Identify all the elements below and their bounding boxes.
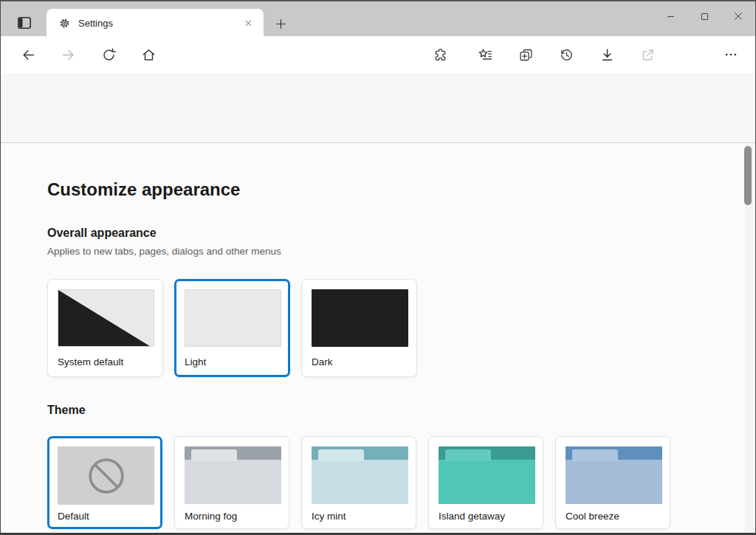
- back-button[interactable]: [16, 42, 41, 67]
- plus-icon: [275, 18, 287, 30]
- tab-strip: Settings: [1, 1, 755, 36]
- tab-actions-icon: [16, 15, 32, 30]
- theme-thumb-body: [185, 460, 281, 504]
- tab-settings[interactable]: Settings: [47, 9, 264, 37]
- theme-option-label: Default: [58, 511, 89, 522]
- theme-option-island-getaway[interactable]: Island getaway: [428, 436, 543, 529]
- home-button[interactable]: [136, 42, 161, 67]
- tab-title: Settings: [78, 18, 240, 29]
- minimize-button[interactable]: [653, 1, 687, 31]
- minimize-icon: [666, 12, 676, 21]
- theme-thumb-body: [312, 460, 408, 504]
- morning-fog-thumbnail: [185, 446, 281, 505]
- history-clock-icon: [559, 47, 574, 63]
- scrollbar-thumb[interactable]: [744, 146, 752, 205]
- share-button[interactable]: [635, 42, 660, 67]
- theme-thumb-tab: [445, 449, 491, 461]
- refresh-button[interactable]: [96, 42, 121, 67]
- downloads-icon: [599, 47, 615, 63]
- scrollbar-track[interactable]: [745, 144, 754, 534]
- appearance-option-label: System default: [58, 356, 123, 367]
- appearance-option-system-default[interactable]: System default: [47, 279, 163, 377]
- appearance-option-label: Dark: [312, 356, 333, 367]
- customize-appearance-heading: Customize appearance: [47, 179, 240, 200]
- appearance-option-dark[interactable]: Dark: [301, 279, 417, 377]
- collections-button[interactable]: [513, 42, 538, 67]
- overall-appearance-description: Applies to new tabs, pages, dialogs and …: [47, 246, 281, 257]
- navigation-toolbar: Edge | edge://settings/a…: [1, 36, 755, 73]
- system-default-thumbnail: [58, 289, 154, 347]
- theme-option-label: Island getaway: [439, 511, 505, 522]
- tab-close-button[interactable]: [240, 15, 256, 31]
- no-theme-prohibited-icon: [87, 457, 126, 495]
- forward-arrow-icon: [61, 47, 76, 63]
- collections-icon: [518, 47, 534, 63]
- theme-thumb-tab: [191, 449, 237, 461]
- theme-option-default[interactable]: Default: [47, 436, 162, 529]
- close-window-button[interactable]: [721, 1, 755, 31]
- island-getaway-thumbnail: [439, 446, 535, 505]
- favorites-button[interactable]: [472, 42, 498, 67]
- history-button[interactable]: [554, 42, 579, 67]
- light-thumbnail: [185, 289, 281, 347]
- tab-actions-menu-button[interactable]: [14, 13, 35, 32]
- settings-gear-favicon-icon: [58, 17, 71, 30]
- theme-heading: Theme: [47, 404, 86, 417]
- favorites-star-list-icon: [477, 46, 493, 63]
- cool-breeze-thumbnail: [566, 446, 662, 505]
- theme-option-icy-mint[interactable]: Icy mint: [301, 436, 416, 529]
- close-icon: [733, 11, 743, 21]
- settings-more-button[interactable]: [718, 42, 743, 67]
- settings-page-header: Settings: [1, 73, 755, 143]
- appearance-option-light[interactable]: Light: [174, 279, 290, 377]
- system-default-dark-triangle: [58, 290, 154, 346]
- window-controls: [653, 1, 755, 31]
- theme-option-morning-fog[interactable]: Morning fog: [174, 436, 289, 529]
- extensions-puzzle-icon: [433, 47, 448, 63]
- theme-option-label: Icy mint: [312, 511, 346, 522]
- theme-thumb-tab: [318, 449, 364, 461]
- icy-mint-thumbnail: [312, 446, 408, 505]
- extensions-button[interactable]: [427, 42, 453, 67]
- overall-appearance-heading: Overall appearance: [47, 227, 157, 240]
- theme-option-label: Cool breeze: [566, 511, 619, 522]
- browser-window: Settings: [0, 0, 756, 535]
- theme-option-cool-breeze[interactable]: Cool breeze: [555, 436, 670, 529]
- close-icon: [244, 19, 252, 27]
- forward-button[interactable]: [55, 42, 80, 67]
- theme-thumb-tab: [572, 449, 618, 461]
- dark-thumbnail: [312, 289, 408, 347]
- appearance-option-label: Light: [185, 356, 206, 367]
- theme-option-label: Morning fog: [185, 511, 237, 522]
- back-arrow-icon: [21, 47, 36, 63]
- theme-thumb-body: [566, 460, 662, 504]
- more-ellipsis-icon: [724, 47, 738, 62]
- default-theme-thumbnail: [58, 446, 154, 505]
- new-tab-button[interactable]: [271, 14, 290, 33]
- theme-thumb-body: [439, 460, 535, 504]
- refresh-icon: [101, 47, 117, 63]
- home-icon: [141, 47, 157, 63]
- downloads-button[interactable]: [594, 42, 619, 67]
- share-icon: [640, 47, 656, 63]
- maximize-button[interactable]: [687, 1, 721, 31]
- settings-content: Customize appearance Overall appearance …: [1, 144, 755, 534]
- maximize-icon: [700, 12, 709, 21]
